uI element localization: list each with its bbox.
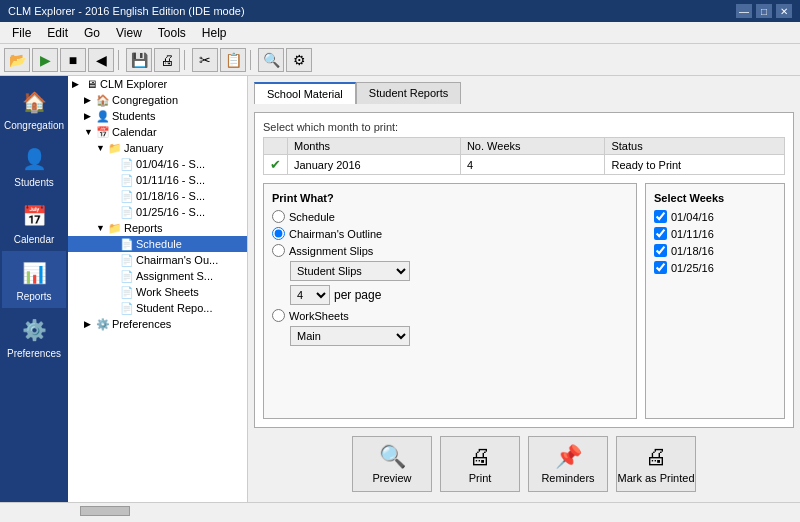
tab-school-material[interactable]: School Material	[254, 82, 356, 104]
tree-expand-students[interactable]: ▶	[84, 111, 94, 121]
menu-item-file[interactable]: File	[4, 24, 39, 42]
nav-item-congregation[interactable]: 🏠Congregation	[2, 80, 66, 137]
week-2-checkbox[interactable]	[654, 227, 667, 240]
tree-label-date4: 01/25/16 - S...	[136, 206, 205, 218]
toolbar-copy[interactable]: 📋	[220, 48, 246, 72]
nav-icon-calendar: 📅	[18, 200, 50, 232]
tree-item-schedule[interactable]: 📄 Schedule	[68, 236, 247, 252]
lower-area: Print What? Schedule Chairman's Outline	[263, 183, 785, 419]
tree-expand-congregation[interactable]: ▶	[84, 95, 94, 105]
tree-icon-reports: 📁	[108, 221, 122, 235]
print-button[interactable]: 🖨 Print	[440, 436, 520, 492]
print-icon: 🖨	[469, 444, 491, 470]
tree-label-date3: 01/18/16 - S...	[136, 190, 205, 202]
tree-label-assignment5: Assignment S...	[136, 270, 213, 282]
nav-icon-congregation: 🏠	[18, 86, 50, 118]
tree-item-january[interactable]: ▼ 📁 January	[68, 140, 247, 156]
menu-item-go[interactable]: Go	[76, 24, 108, 42]
tree-icon-preferences: ⚙️	[96, 317, 110, 331]
reminders-button[interactable]: 📌 Reminders	[528, 436, 608, 492]
month-row[interactable]: ✔ January 2016 4 Ready to Print	[264, 155, 785, 175]
nav-item-reports[interactable]: 📊Reports	[2, 251, 66, 308]
nav-item-calendar[interactable]: 📅Calendar	[2, 194, 66, 251]
radio-schedule-input[interactable]	[272, 210, 285, 223]
tree-icon-clm-explorer: 🖥	[84, 77, 98, 91]
main-area: 🏠Congregation👤Students📅Calendar📊Reports⚙…	[0, 76, 800, 502]
slips-dropdown-row: Student Slips All Slips	[272, 261, 628, 281]
nav-item-students[interactable]: 👤Students	[2, 137, 66, 194]
radio-worksheets: WorkSheets	[272, 309, 628, 322]
week-4-label: 01/25/16	[671, 262, 714, 274]
preview-icon: 🔍	[379, 444, 406, 470]
week-1-checkbox[interactable]	[654, 210, 667, 223]
tree-item-congregation[interactable]: ▶ 🏠 Congregation	[68, 92, 247, 108]
menu-item-view[interactable]: View	[108, 24, 150, 42]
tree-item-date3[interactable]: 📄 01/18/16 - S...	[68, 188, 247, 204]
maximize-button[interactable]: □	[756, 4, 772, 18]
toolbar-search[interactable]: 🔍	[258, 48, 284, 72]
toolbar-sep3	[250, 50, 254, 70]
minimize-button[interactable]: —	[736, 4, 752, 18]
select-weeks-section: Select Weeks 01/04/16 01/11/16 01/18/16	[645, 183, 785, 419]
reminders-label: Reminders	[541, 472, 594, 484]
preview-button[interactable]: 🔍 Preview	[352, 436, 432, 492]
tree-icon-date2: 📄	[120, 173, 134, 187]
week-4-checkbox[interactable]	[654, 261, 667, 274]
tree-item-calendar[interactable]: ▼ 📅 Calendar	[68, 124, 247, 140]
tree-label-date2: 01/11/16 - S...	[136, 174, 205, 186]
tree-item-worksheets[interactable]: 📄 Work Sheets	[68, 284, 247, 300]
toolbar-open[interactable]: 📂	[4, 48, 30, 72]
tree-item-reports[interactable]: ▼ 📁 Reports	[68, 220, 247, 236]
toolbar-stop[interactable]: ■	[60, 48, 86, 72]
nav-item-preferences[interactable]: ⚙️Preferences	[2, 308, 66, 365]
week-3-checkbox[interactable]	[654, 244, 667, 257]
toolbar-settings[interactable]: ⚙	[286, 48, 312, 72]
tab-student-reports[interactable]: Student Reports	[356, 82, 462, 104]
horizontal-scrollbar[interactable]	[0, 502, 800, 518]
toolbar-cut[interactable]: ✂	[192, 48, 218, 72]
radio-assignment-input[interactable]	[272, 244, 285, 257]
select-month-section: Select which month to print: Months No. …	[263, 121, 785, 175]
tree-item-date1[interactable]: 📄 01/04/16 - S...	[68, 156, 247, 172]
tree-item-preferences[interactable]: ▶ ⚙️ Preferences	[68, 316, 247, 332]
col-noweeks: No. Weeks	[460, 138, 605, 155]
perpage-select[interactable]: 1 2 4 6	[290, 285, 330, 305]
tree-expand-reports[interactable]: ▼	[96, 223, 106, 233]
toolbar-play[interactable]: ▶	[32, 48, 58, 72]
toolbar-back[interactable]: ◀	[88, 48, 114, 72]
mark-as-printed-button[interactable]: 🖨 Mark as Printed	[616, 436, 696, 492]
week-1: 01/04/16	[654, 210, 776, 223]
toolbar-save[interactable]: 💾	[126, 48, 152, 72]
tree-expand-clm-explorer[interactable]: ▶	[72, 79, 82, 89]
menu-item-help[interactable]: Help	[194, 24, 235, 42]
tree-icon-studentrepo: 📄	[120, 301, 134, 315]
month-table-body: ✔ January 2016 4 Ready to Print	[264, 155, 785, 175]
tree-expand-calendar[interactable]: ▼	[84, 127, 94, 137]
radio-worksheets-input[interactable]	[272, 309, 285, 322]
toolbar-print[interactable]: 🖨	[154, 48, 180, 72]
scroll-thumb[interactable]	[80, 506, 130, 516]
tree-expand-preferences[interactable]: ▶	[84, 319, 94, 329]
month-check: ✔	[264, 155, 288, 175]
month-weeks: 4	[460, 155, 605, 175]
menu-item-tools[interactable]: Tools	[150, 24, 194, 42]
tree-item-date2[interactable]: 📄 01/11/16 - S...	[68, 172, 247, 188]
nav-icon-students: 👤	[18, 143, 50, 175]
tree-panel: ▶ 🖥 CLM Explorer ▶ 🏠 Congregation ▶ 👤 St…	[68, 76, 248, 502]
tree-item-assignment5[interactable]: 📄 Assignment S...	[68, 268, 247, 284]
slips-select[interactable]: Student Slips All Slips	[290, 261, 410, 281]
tree-label-worksheets: Work Sheets	[136, 286, 199, 298]
main-select[interactable]: Main Secondary	[290, 326, 410, 346]
close-button[interactable]: ✕	[776, 4, 792, 18]
tree-item-chairmans[interactable]: 📄 Chairman's Ou...	[68, 252, 247, 268]
menu-item-edit[interactable]: Edit	[39, 24, 76, 42]
week-4: 01/25/16	[654, 261, 776, 274]
radio-chairmans-input[interactable]	[272, 227, 285, 240]
tree-item-clm-explorer[interactable]: ▶ 🖥 CLM Explorer	[68, 76, 247, 92]
tree-item-studentrepo[interactable]: 📄 Student Repo...	[68, 300, 247, 316]
tree-item-students[interactable]: ▶ 👤 Students	[68, 108, 247, 124]
tree-label-preferences: Preferences	[112, 318, 171, 330]
toolbar-sep2	[184, 50, 188, 70]
tree-item-date4[interactable]: 📄 01/25/16 - S...	[68, 204, 247, 220]
tree-expand-january[interactable]: ▼	[96, 143, 106, 153]
